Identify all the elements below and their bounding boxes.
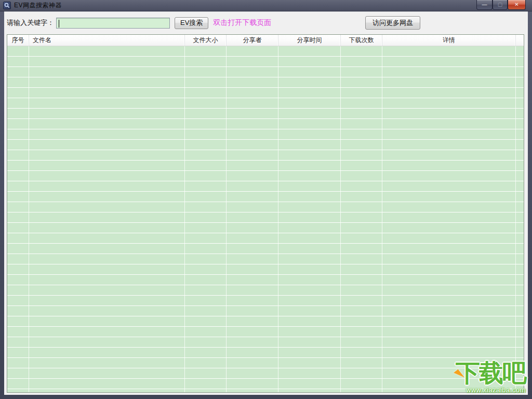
table-cell-7 — [516, 244, 524, 254]
title-bar[interactable]: EV网盘搜索神器 — ▢ ✕ — [0, 0, 532, 11]
table-cell-3 — [227, 98, 278, 108]
table-row[interactable] — [7, 389, 524, 393]
table-cell-0 — [7, 233, 29, 243]
more-netdisks-button[interactable]: 访问更多网盘 — [365, 16, 420, 30]
table-row[interactable] — [7, 46, 524, 57]
table-cell-5 — [341, 161, 382, 170]
close-button[interactable]: ✕ — [508, 0, 526, 10]
table-cell-0 — [7, 129, 29, 139]
table-cell-1 — [29, 264, 185, 274]
table-cell-2 — [185, 244, 227, 254]
table-row[interactable] — [7, 244, 524, 254]
header-cell-2[interactable]: 文件大小 — [185, 35, 227, 46]
table-row[interactable] — [7, 57, 524, 67]
table-row[interactable] — [7, 233, 524, 244]
table-cell-5 — [341, 46, 382, 56]
table-row[interactable] — [7, 337, 524, 348]
table-cell-7 — [516, 140, 524, 150]
table-cell-2 — [185, 109, 227, 118]
header-cell-3[interactable]: 分享者 — [227, 35, 278, 46]
table-row[interactable] — [7, 129, 524, 140]
table-cell-7 — [516, 306, 524, 316]
table-row[interactable] — [7, 181, 524, 192]
table-row[interactable] — [7, 161, 524, 171]
table-row[interactable] — [7, 77, 524, 88]
table-cell-3 — [227, 67, 278, 77]
table-cell-1 — [29, 348, 185, 357]
table-cell-1 — [29, 368, 185, 378]
table-row[interactable] — [7, 316, 524, 327]
header-cell-4[interactable]: 分享时间 — [278, 35, 341, 46]
table-row[interactable] — [7, 140, 524, 150]
table-cell-5 — [341, 264, 382, 274]
keyword-input[interactable] — [57, 18, 169, 28]
table-cell-2 — [185, 57, 227, 66]
table-cell-0 — [7, 254, 29, 264]
table-row[interactable] — [7, 171, 524, 181]
table-row[interactable] — [7, 223, 524, 233]
table-cell-7 — [516, 264, 524, 274]
table-row[interactable] — [7, 67, 524, 77]
table-row[interactable] — [7, 109, 524, 119]
table-cell-2 — [185, 140, 227, 150]
table-row[interactable] — [7, 150, 524, 161]
table-cell-0 — [7, 275, 29, 285]
table-cell-0 — [7, 119, 29, 129]
table-cell-1 — [29, 327, 185, 337]
table-cell-6 — [382, 327, 516, 337]
results-table: 序号文件名文件大小分享者分享时间下载次数详情 — [7, 34, 524, 393]
table-cell-6 — [382, 129, 516, 139]
table-cell-0 — [7, 337, 29, 347]
table-cell-2 — [185, 348, 227, 357]
table-row[interactable] — [7, 379, 524, 389]
table-cell-5 — [341, 306, 382, 316]
table-row[interactable] — [7, 192, 524, 202]
table-row[interactable] — [7, 88, 524, 98]
table-cell-4 — [278, 244, 341, 254]
table-row[interactable] — [7, 212, 524, 223]
table-cell-2 — [185, 202, 227, 212]
table-cell-3 — [227, 348, 278, 357]
table-cell-5 — [341, 389, 382, 393]
table-cell-4 — [278, 285, 341, 295]
table-row[interactable] — [7, 358, 524, 368]
header-cell-6[interactable]: 详情 — [382, 35, 516, 46]
table-row[interactable] — [7, 254, 524, 264]
table-cell-0 — [7, 368, 29, 378]
table-row[interactable] — [7, 368, 524, 379]
table-cell-4 — [278, 316, 341, 326]
table-cell-6 — [382, 98, 516, 108]
table-row[interactable] — [7, 348, 524, 358]
table-cell-1 — [29, 244, 185, 254]
ev-search-button[interactable]: EV搜索 — [175, 17, 208, 29]
table-row[interactable] — [7, 202, 524, 212]
table-cell-5 — [341, 379, 382, 389]
table-row[interactable] — [7, 98, 524, 109]
header-cell-1[interactable]: 文件名 — [29, 35, 185, 46]
table-row[interactable] — [7, 306, 524, 316]
table-cell-6 — [382, 212, 516, 222]
table-cell-5 — [341, 223, 382, 233]
table-cell-6 — [382, 181, 516, 191]
table-cell-1 — [29, 389, 185, 393]
table-row[interactable] — [7, 327, 524, 337]
header-cell-0[interactable]: 序号 — [7, 35, 29, 46]
table-cell-7 — [516, 368, 524, 378]
table-cell-7 — [516, 316, 524, 326]
table-row[interactable] — [7, 119, 524, 129]
table-cell-1 — [29, 46, 185, 56]
maximize-button[interactable]: ▢ — [493, 0, 508, 10]
table-cell-2 — [185, 358, 227, 368]
table-cell-6 — [382, 150, 516, 160]
table-cell-5 — [341, 192, 382, 202]
table-header-row: 序号文件名文件大小分享者分享时间下载次数详情 — [7, 35, 524, 46]
minimize-button[interactable]: — — [476, 0, 493, 10]
table-row[interactable] — [7, 296, 524, 306]
table-cell-4 — [278, 46, 341, 56]
table-cell-1 — [29, 275, 185, 285]
table-row[interactable] — [7, 285, 524, 296]
table-cell-1 — [29, 306, 185, 316]
table-row[interactable] — [7, 264, 524, 275]
table-row[interactable] — [7, 275, 524, 285]
header-cell-5[interactable]: 下载次数 — [341, 35, 382, 46]
